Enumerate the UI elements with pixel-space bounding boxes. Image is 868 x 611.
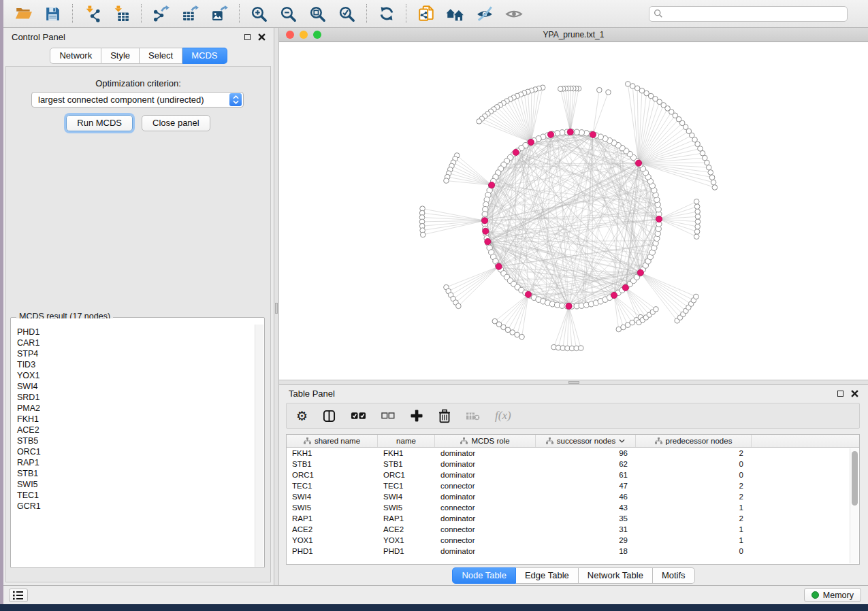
close-panel-icon[interactable] [851,390,858,397]
hide-panels-button[interactable] [470,2,499,25]
table-cell: TEC1 [378,482,435,490]
mcds-result-item[interactable]: SWI4 [12,381,255,392]
select-all-button[interactable] [351,410,366,421]
mcds-result-list[interactable]: PHD1CAR1STP4TID3YOX1SWI4SRD1PMA2FKH1ACE2… [12,318,255,567]
zoom-in-button[interactable] [244,2,274,25]
tab-mcds[interactable]: MCDS [182,48,227,64]
table-row[interactable]: STB1STB1dominator620 [287,459,859,469]
table-row[interactable]: TEC1TEC1connector472 [287,480,859,491]
export-table-button[interactable] [176,2,205,25]
clone-network-button[interactable] [411,2,440,25]
home-button[interactable] [440,2,470,25]
horizontal-splitter[interactable] [279,380,868,385]
column-header-shared-name[interactable]: shared name [287,435,378,447]
table-row[interactable]: SWI5SWI5connector431 [287,502,859,513]
mcds-result-item[interactable]: FKH1 [12,414,255,425]
refresh-button[interactable] [372,2,401,25]
table-scrollbar[interactable] [850,448,858,563]
graph-edge [479,121,531,142]
delete-column-button[interactable] [466,411,480,421]
tab-network[interactable]: Network [50,48,101,64]
table-settings-button[interactable]: ⚙ [296,410,308,423]
tab-style[interactable]: Style [101,48,140,64]
column-header-successor-nodes[interactable]: successor nodes [536,435,636,447]
mcds-result-item[interactable]: STB1 [12,468,255,479]
column-header-name[interactable]: name [378,435,435,447]
mcds-result-item[interactable]: TEC1 [12,490,255,501]
mcds-result-item[interactable]: SWI5 [12,479,255,490]
splitter-grip[interactable] [568,381,579,384]
mcds-result-item[interactable]: ORC1 [12,446,255,457]
table-row[interactable]: RAP1RAP1dominator352 [287,513,859,524]
float-panel-icon[interactable] [837,391,843,397]
mcds-result-item[interactable]: PHD1 [12,327,255,337]
mcds-result-item[interactable]: STP4 [12,348,255,359]
graph-dominator-node [481,218,487,224]
graph-node [694,229,700,235]
float-panel-icon[interactable] [244,34,251,40]
zoom-fit-button[interactable] [303,2,332,25]
mcds-list-scrollbar[interactable] [255,325,263,567]
table-cell: dominator [435,471,536,479]
mcds-result-item[interactable]: PMA2 [12,403,255,414]
import-table-button[interactable] [107,2,136,25]
import-network-button[interactable] [78,2,107,25]
table-row[interactable]: YOX1YOX1connector291 [287,535,859,546]
search-input[interactable] [666,9,843,18]
optimization-criterion-select[interactable]: largest connected component (undirected) [31,92,244,108]
graph-edge [446,181,492,185]
mcds-result-item[interactable]: GCR1 [12,501,255,512]
tab-edge-table[interactable]: Edge Table [516,567,579,584]
open-button[interactable] [9,2,38,25]
table-scrollbar-thumb[interactable] [852,451,858,506]
add-column-button[interactable] [410,409,423,423]
table-row[interactable]: SWI4SWI4dominator462 [287,491,859,502]
column-header-MCDS-role[interactable]: MCDS role [435,435,536,447]
show-panels-button[interactable] [499,2,528,25]
function-builder-button[interactable]: f(x) [495,409,511,423]
task-history-button[interactable] [9,589,28,602]
delete-button[interactable] [438,409,451,423]
table-row[interactable]: FKH1FKH1dominator962 [287,448,859,459]
vertical-splitter[interactable] [274,28,279,585]
control-panel-title: Control Panel [12,32,65,42]
table-cell: RAP1 [287,514,378,523]
network-graph[interactable] [279,42,868,380]
mcds-result-item[interactable]: ACE2 [12,425,255,435]
network-titlebar[interactable]: YPA_prune.txt_1 [279,28,868,42]
show-columns-button[interactable] [323,410,336,423]
table-row[interactable]: ACE2ACE2connector311 [287,524,859,535]
close-panel-icon[interactable] [258,33,266,41]
mcds-result-item[interactable]: RAP1 [12,457,255,468]
mcds-result-item[interactable]: YOX1 [12,370,255,381]
mcds-result-item[interactable]: SRD1 [12,392,255,403]
column-header-predecessor-nodes[interactable]: predecessor nodes [636,435,752,447]
deselect-all-button[interactable] [381,411,395,420]
cytoscape-window: Control Panel NetworkStyleSelectMCDS Opt… [3,0,868,604]
zoom-out-button[interactable] [274,2,303,25]
table-row[interactable]: ORC1ORC1dominator610 [287,469,859,480]
table-cell: PHD1 [287,547,378,555]
search-box[interactable] [649,6,848,22]
table-cell: 18 [536,547,636,555]
tab-motifs[interactable]: Motifs [653,567,695,584]
splitter-grip[interactable] [275,303,278,314]
graph-node [694,204,700,210]
export-image-button[interactable] [205,2,234,25]
graph-edge [524,93,531,142]
tab-select[interactable]: Select [140,48,182,64]
mcds-result-item[interactable]: TID3 [12,359,255,370]
mcds-result-item[interactable]: STB5 [12,435,255,446]
memory-button[interactable]: Memory [804,588,861,602]
mcds-result-item[interactable]: CAR1 [12,337,255,348]
tab-node-table[interactable]: Node Table [452,567,516,584]
tab-network-table[interactable]: Network Table [579,567,653,584]
graph-edge [593,90,599,135]
run-mcds-button[interactable]: Run MCDS [66,115,133,131]
close-panel-button[interactable]: Close panel [142,115,210,131]
save-button[interactable] [38,2,67,25]
export-network-button[interactable] [146,2,176,25]
table-row[interactable]: PHD1PHD1dominator180 [287,546,859,557]
graph-node [477,119,482,125]
zoom-selected-button[interactable] [332,2,361,25]
